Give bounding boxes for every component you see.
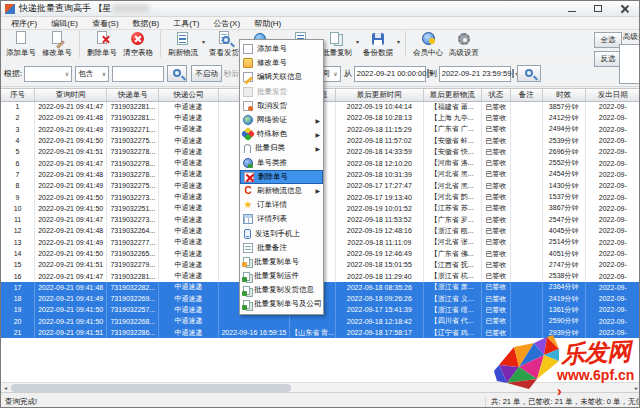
member-globe-icon: [420, 31, 436, 47]
no-autostart-button[interactable]: 不启动: [191, 65, 222, 82]
from-date-input[interactable]: 2022-09-21 00:00:00▾: [354, 66, 426, 82]
view-search-icon: [216, 31, 232, 47]
menu-item-icon: ★: [243, 200, 253, 210]
menu-item-icon: [243, 72, 253, 82]
toolbar-button-11[interactable]: 高级设置: [446, 30, 482, 58]
context-menu-item-0[interactable]: 添加单号: [240, 42, 323, 56]
context-menu-item-16[interactable]: 批量复制运件: [240, 269, 323, 283]
app-window: 快递批量查询高手 【星 程序(F)编辑(E)查看(S)数据(B)工具(T)公告(…: [0, 0, 640, 408]
menu-item-icon: C: [243, 186, 253, 196]
toolbar-button-5[interactable]: 查看发货: [206, 30, 242, 58]
context-menu-item-2[interactable]: 编辑关联信息: [240, 70, 323, 84]
toolbar-button-8[interactable]: 批量复制: [319, 30, 355, 58]
minimize-button[interactable]: [559, 1, 585, 16]
calendar-icon: [512, 69, 514, 78]
search-icon: [525, 69, 533, 77]
menu-item-icon: [243, 158, 253, 168]
to-label: 到: [429, 68, 437, 79]
menu-item-icon: [243, 214, 253, 224]
submenu-arrow-icon: ▶: [315, 187, 320, 194]
menu-item-icon: [243, 115, 253, 125]
context-menu-item-10[interactable]: C刷新物流信息▶: [240, 184, 323, 198]
context-menu-item-1[interactable]: 修改单号: [240, 56, 323, 70]
close-button[interactable]: [611, 1, 637, 16]
advanced-search-label: 高级搜: [623, 32, 639, 42]
table-row[interactable]: 212022-09-21 09:41:517319032286...中通速递20…: [1, 327, 640, 338]
context-menu-item-11[interactable]: ★订单详情: [240, 198, 323, 212]
column-header[interactable]: 最后更新时间: [335, 89, 423, 101]
filter-search-button[interactable]: [167, 65, 187, 82]
column-header[interactable]: 状态: [481, 89, 510, 101]
scrollbar-thumb[interactable]: [11, 384, 291, 392]
context-menu-item-4[interactable]: 取消发货: [240, 99, 323, 113]
menu-item-icon: [243, 272, 250, 281]
context-menu-item-3[interactable]: 批量发货: [240, 85, 323, 99]
context-menu-item-13[interactable]: 发送到手机上: [240, 226, 323, 240]
toolbar-dropdown-arrow[interactable]: ▾: [356, 38, 359, 45]
status-message: 查询完成!: [5, 397, 37, 407]
toolbar-button-2[interactable]: 删除单号: [84, 30, 120, 58]
invert-selection-button[interactable]: 反选: [594, 51, 622, 67]
window-title: 快递批量查询高手 【星: [19, 2, 112, 15]
context-menu-item-6[interactable]: 特殊标色▶: [240, 127, 323, 141]
menubar-item-6[interactable]: 帮助(H): [247, 18, 288, 29]
menu-item-icon: [243, 101, 253, 111]
horizontal-scrollbar[interactable]: ◂ ▸: [1, 382, 640, 392]
menu-item-icon: [243, 87, 253, 97]
to-date-input[interactable]: 2022-09-21 23:59:59▾: [439, 66, 511, 82]
column-header[interactable]: 发出日期: [585, 89, 640, 101]
column-header[interactable]: 最后更新物流: [423, 89, 481, 101]
advanced-search-listbox[interactable]: [619, 44, 640, 84]
context-menu-item-15[interactable]: 批量复制单号: [240, 255, 323, 269]
menubar-item-3[interactable]: 数据(B): [126, 18, 167, 29]
filter-match-select[interactable]: 包含∨: [75, 66, 109, 82]
menu-item-icon: [244, 229, 251, 239]
toolbar-dropdown-arrow[interactable]: ▾: [202, 38, 205, 45]
context-menu-item-8[interactable]: 单号类推: [240, 156, 323, 170]
context-menu-item-12[interactable]: 详情列表: [240, 212, 323, 226]
context-menu-item-18[interactable]: 批量复制单号及公司: [240, 297, 323, 311]
menubar-item-1[interactable]: 编辑(E): [44, 18, 85, 29]
toolbar-dropdown-arrow[interactable]: ▾: [397, 38, 400, 45]
table-row[interactable]: 202022-09-21 09:41:507319032268...中通速递20…: [1, 316, 640, 327]
toolbar-button-9[interactable]: 备份数据: [360, 30, 396, 58]
from-label: 从: [344, 68, 352, 79]
menu-item-icon: [241, 127, 255, 141]
toolbar-separator: [405, 31, 406, 57]
menu-item-icon: [244, 172, 254, 182]
menubar-item-5[interactable]: 公告(X): [206, 18, 247, 29]
context-menu-item-5[interactable]: 网络验证▶: [240, 113, 323, 127]
maximize-button[interactable]: [585, 1, 611, 16]
seconds-suffix-label: 秒后: [224, 69, 239, 79]
context-menu-item-17[interactable]: 批量复制发货信息: [240, 283, 323, 297]
menubar-item-2[interactable]: 查看(S): [85, 18, 126, 29]
column-header[interactable]: 快递单号: [107, 89, 159, 101]
select-all-button[interactable]: 全选: [594, 32, 622, 48]
column-header[interactable]: 时效: [542, 89, 585, 101]
toolbar-button-1[interactable]: 修改单号: [39, 30, 75, 58]
menu-item-icon: [243, 300, 250, 309]
redacted-license-name: [112, 4, 150, 13]
scroll-right-arrow[interactable]: ▸: [632, 384, 640, 392]
column-header[interactable]: 备注: [510, 89, 542, 101]
column-header[interactable]: 查询时间: [35, 89, 107, 101]
search-icon: [173, 69, 181, 77]
copy-pages-icon: [329, 31, 345, 47]
context-menu-item-14[interactable]: 批量备注: [240, 241, 323, 255]
disk-icon: [370, 31, 386, 47]
toolbar-button-4[interactable]: 刷新物流: [165, 30, 201, 58]
filter-search-input[interactable]: [112, 66, 164, 82]
date-search-button[interactable]: [517, 65, 541, 82]
column-header[interactable]: 快递公司: [159, 89, 218, 101]
context-menu-item-9[interactable]: 删除单号: [240, 170, 323, 184]
toolbar-button-10[interactable]: 会员中心: [410, 30, 446, 58]
scroll-left-arrow[interactable]: ◂: [1, 384, 10, 392]
menubar-item-0[interactable]: 程序(F): [4, 18, 44, 29]
filter-field-select[interactable]: ∨: [24, 66, 72, 82]
column-header[interactable]: 序号: [1, 89, 35, 101]
toolbar-separator: [79, 31, 80, 57]
toolbar-button-3[interactable]: 清空表格: [120, 30, 156, 58]
toolbar-button-0[interactable]: 添加单号: [3, 30, 39, 58]
context-menu-item-7[interactable]: 批量归类▶: [240, 141, 323, 155]
menubar-item-4[interactable]: 工具(T): [166, 18, 206, 29]
